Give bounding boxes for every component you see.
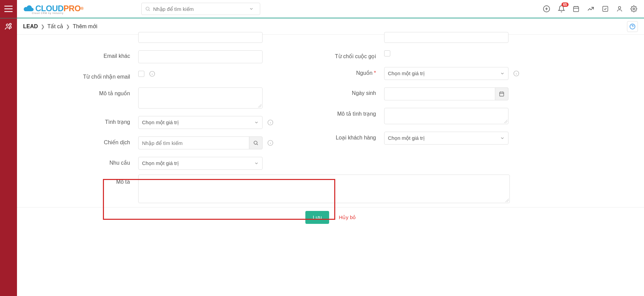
top-bar: CLOUDPRO® Cloud CRM by Industry 65 [0, 0, 644, 18]
menu-toggle-button[interactable] [0, 0, 17, 18]
info-icon[interactable] [267, 140, 273, 146]
form-column-left: Email khác Từ chối nhận email [35, 35, 281, 173]
breadcrumb-sep: ❯ [41, 24, 45, 29]
tasks-button[interactable] [602, 5, 609, 12]
breadcrumb-level2: Thêm mới [73, 23, 97, 30]
svg-point-28 [254, 141, 257, 144]
chevron-down-icon [254, 161, 259, 166]
svg-point-16 [10, 23, 11, 25]
svg-point-15 [6, 24, 9, 26]
notifications-button[interactable]: 65 [558, 5, 565, 13]
status-select[interactable]: Chọn một giá trị [138, 116, 263, 129]
status-desc-textarea[interactable] [384, 108, 508, 124]
sidebar [0, 18, 17, 296]
label-refuse-email: Từ chối nhận email [35, 71, 138, 80]
chevron-down-icon [500, 71, 505, 76]
reports-button[interactable] [587, 5, 594, 13]
customer-type-select-text: Chọn một giá trị [388, 135, 425, 141]
profile-button[interactable] [616, 5, 623, 12]
svg-point-13 [619, 6, 621, 9]
chevron-down-icon [249, 6, 254, 11]
info-icon[interactable] [513, 70, 519, 77]
svg-line-29 [257, 144, 258, 145]
label-campaign: Chiến dịch [35, 136, 138, 146]
info-icon[interactable] [149, 71, 155, 77]
top-icons: 65 [543, 5, 644, 13]
status-select-text: Chọn một giá trị [142, 119, 179, 126]
label-email-other: Email khác [35, 50, 138, 59]
need-select[interactable]: Chọn một giá trị [138, 157, 263, 170]
label-status: Tình trạng [35, 116, 138, 125]
birthday-picker-button[interactable] [495, 87, 508, 100]
label-birthday: Ngày sinh [281, 87, 384, 96]
email-other-input[interactable] [138, 50, 263, 63]
customer-type-select[interactable]: Chọn một giá trị [384, 132, 508, 145]
breadcrumb-sep: ❯ [66, 24, 70, 29]
svg-rect-8 [574, 6, 579, 12]
resize-handle-icon [505, 199, 509, 202]
label-description: Mô tả [35, 175, 138, 203]
label-source-desc: Mô tả nguồn [35, 87, 138, 97]
source-select[interactable]: Chọn một giá trị [384, 67, 508, 80]
page-content: LEAD ❯ Tất cả ❯ Thêm mới Email khác [17, 18, 644, 296]
save-button[interactable]: Lưu [305, 211, 329, 224]
form-column-right: Từ chối cuộc gọi Nguồn* Chọn một giá trị [281, 35, 526, 173]
birthday-input[interactable] [384, 87, 495, 100]
form-footer: Lưu Hủy bỏ [17, 207, 644, 227]
search-icon [145, 6, 150, 12]
chevron-down-icon [254, 120, 259, 125]
chevron-down-icon [500, 136, 505, 141]
source-desc-textarea[interactable] [138, 87, 263, 109]
refuse-call-checkbox[interactable] [384, 50, 390, 56]
search-icon [253, 140, 258, 146]
calendar-icon [499, 91, 504, 97]
logo-text-orange: PRO [64, 4, 81, 13]
svg-rect-36 [500, 92, 504, 96]
logo[interactable]: CLOUDPRO® Cloud CRM by Industry [20, 4, 84, 14]
prev-field-input-right[interactable] [384, 32, 508, 43]
svg-rect-12 [603, 6, 608, 12]
label-source: Nguồn* [281, 67, 384, 76]
sidebar-item-leads[interactable] [0, 18, 17, 35]
label-customer-type: Loại khách hàng [281, 132, 384, 141]
breadcrumb-root[interactable]: LEAD [23, 23, 38, 30]
resize-handle-icon [504, 120, 507, 123]
svg-line-4 [149, 10, 150, 11]
cloud-icon [23, 4, 35, 13]
prev-field-input[interactable] [138, 32, 263, 43]
campaign-lookup-button[interactable] [249, 136, 263, 149]
label-status-desc: Mô tả tình trạng [281, 108, 384, 117]
description-textarea[interactable] [138, 175, 510, 203]
campaign-lookup-input[interactable] [138, 136, 249, 149]
refuse-email-checkbox[interactable] [138, 71, 144, 77]
label-refuse-call: Từ chối cuộc gọi [281, 50, 384, 60]
svg-point-17 [10, 26, 11, 28]
need-select-text: Chọn một giá trị [142, 160, 179, 166]
resize-handle-icon [258, 104, 262, 108]
logo-reg: ® [80, 6, 83, 11]
settings-button[interactable] [630, 5, 637, 12]
global-search-input[interactable] [153, 6, 249, 12]
global-search[interactable] [141, 3, 260, 15]
svg-point-14 [633, 8, 635, 10]
help-button[interactable] [627, 21, 638, 32]
info-icon[interactable] [267, 119, 273, 126]
breadcrumb-level1[interactable]: Tất cả [48, 23, 64, 30]
cancel-button[interactable]: Hủy bỏ [339, 214, 356, 220]
svg-point-3 [146, 7, 149, 10]
source-select-text: Chọn một giá trị [388, 70, 425, 77]
label-need: Nhu cầu [35, 157, 138, 166]
add-button[interactable] [543, 5, 550, 13]
calendar-button[interactable] [573, 5, 579, 12]
notification-badge: 65 [561, 2, 569, 7]
